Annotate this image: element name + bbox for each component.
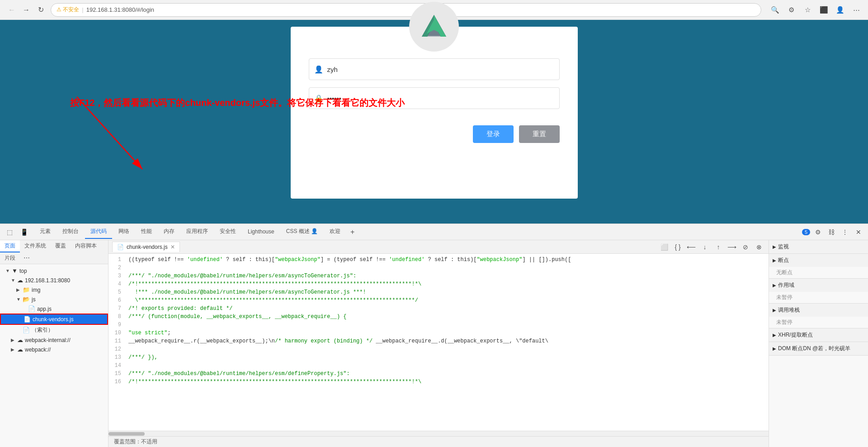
code-line-12: 12 bbox=[108, 345, 769, 353]
code-step-down-icon[interactable]: ↓ bbox=[699, 241, 711, 253]
address-bar[interactable]: ⚠ 不安全 | 192.168.1.31:8080/#/login bbox=[51, 3, 761, 17]
devtools-settings-icon[interactable]: ⚙ bbox=[812, 226, 824, 238]
tab-welcome[interactable]: 欢迎 bbox=[324, 225, 346, 239]
tree-label-index: （索引） bbox=[32, 326, 53, 334]
tree-item-appjs[interactable]: 📄 app.js bbox=[0, 304, 108, 314]
code-area[interactable]: 1 ((typeof self !== 'undefined' ? self :… bbox=[108, 254, 769, 431]
code-line-5: 5 !*** ./node_modules/@babel/runtime/hel… bbox=[108, 288, 769, 296]
line-content-14 bbox=[125, 361, 769, 370]
profile-button[interactable]: 👤 bbox=[834, 4, 846, 16]
code-step-back-icon[interactable]: ⟵ bbox=[685, 241, 697, 253]
code-expand-icon[interactable]: ⬜ bbox=[658, 241, 670, 253]
code-line-2: 2 bbox=[108, 264, 769, 272]
debug-scope-content: 未暂停 bbox=[769, 292, 868, 303]
subtab-filesystem[interactable]: 文件系统 bbox=[20, 240, 51, 252]
tab-network[interactable]: 网络 bbox=[113, 225, 135, 239]
tree-item-js[interactable]: ▼ 📂 js bbox=[0, 295, 108, 304]
debug-breakpoints-content: 无断点 bbox=[769, 267, 868, 278]
subtab-snippets[interactable]: 片段 bbox=[0, 252, 20, 264]
forward-button[interactable]: → bbox=[20, 4, 33, 16]
tree-item-webpack[interactable]: ▶ ☁ webpack:// bbox=[0, 345, 108, 354]
tab-add-button[interactable]: + bbox=[347, 226, 358, 238]
code-file-tab-item[interactable]: 📄 chunk-vendors.js ✕ bbox=[112, 242, 180, 252]
subtab-overrides[interactable]: 覆盖 bbox=[51, 240, 71, 252]
tab-console[interactable]: 控制台 bbox=[57, 225, 84, 239]
tree-item-top[interactable]: ▼ ▼ top bbox=[0, 266, 108, 276]
code-stop-icon[interactable]: ⊗ bbox=[753, 241, 765, 253]
tab-memory[interactable]: 内存 bbox=[158, 225, 180, 239]
login-button[interactable]: 登录 bbox=[473, 125, 514, 143]
code-deactivate-icon[interactable]: ⊘ bbox=[740, 241, 751, 253]
code-line-1: 1 ((typeof self !== 'undefined' ? self :… bbox=[108, 256, 769, 264]
debug-section-xhr-header[interactable]: ▶ XHR/提取断点 bbox=[769, 328, 868, 342]
code-line-16: 16 /*!**********************************… bbox=[108, 378, 769, 386]
line-content-2 bbox=[125, 264, 769, 272]
debugger-panel: ▶ 监视 ▶ 断点 无断点 ▶ 作用域 未暂停 bbox=[769, 240, 868, 447]
devtools-tabs: ⬚ 📱 元素 控制台 源代码 网络 性能 内存 应用程序 安全性 Lightho… bbox=[0, 224, 868, 240]
tab-lighthouse[interactable]: Lighthouse bbox=[242, 226, 280, 238]
dom-toggle-icon: ▶ bbox=[773, 346, 776, 351]
reset-button[interactable]: 重置 bbox=[519, 125, 560, 143]
line-content-15: /***/ "./node_modules/@babel/runtime/hel… bbox=[125, 370, 769, 378]
code-format-icon[interactable]: { } bbox=[672, 241, 684, 253]
line-num-16: 16 bbox=[108, 378, 125, 386]
search-button[interactable]: 🔍 bbox=[769, 4, 781, 16]
line-content-12 bbox=[125, 345, 769, 353]
dom-label: DOM 断点DN @若，时光砚羊 bbox=[778, 345, 850, 352]
subtab-content-scripts[interactable]: 内容脚本 bbox=[71, 240, 101, 252]
tree-item-host[interactable]: ▼ ☁ 192.168.1.31:8080 bbox=[0, 276, 108, 285]
tab-css-overview[interactable]: CSS 概述 👤 bbox=[281, 225, 323, 239]
tab-performance[interactable]: 性能 bbox=[136, 225, 157, 239]
tab-elements[interactable]: 元素 bbox=[34, 225, 56, 239]
scope-label: 作用域 bbox=[778, 281, 794, 289]
code-step-forward-icon[interactable]: ⟶ bbox=[726, 241, 738, 253]
debug-section-breakpoints-header[interactable]: ▶ 断点 bbox=[769, 254, 868, 267]
devtools-device-icon[interactable]: 📱 bbox=[18, 226, 30, 238]
debug-section-scope-header[interactable]: ▶ 作用域 bbox=[769, 279, 868, 292]
collections-button[interactable]: ⬛ bbox=[817, 4, 830, 16]
tree-item-chunk-vendors[interactable]: 📄 chunk-vendors.js bbox=[0, 314, 108, 325]
debug-section-dom-header[interactable]: ▶ DOM 断点DN @若，时光砚羊 bbox=[769, 342, 868, 355]
tab-security[interactable]: 安全性 bbox=[214, 225, 241, 239]
line-content-6: \***************************************… bbox=[125, 296, 769, 304]
debug-section-scope: ▶ 作用域 未暂停 bbox=[769, 279, 868, 304]
line-num-7: 7 bbox=[108, 304, 125, 313]
file-tree-content: ▼ ▼ top ▼ ☁ 192.168.1.31:8080 ▶ bbox=[0, 264, 108, 447]
code-file-tab-close[interactable]: ✕ bbox=[170, 244, 175, 250]
debug-section-breakpoints: ▶ 断点 无断点 bbox=[769, 254, 868, 279]
tree-item-webpack-internal[interactable]: ▶ ☁ webpack-internal:// bbox=[0, 335, 108, 345]
nav-buttons: ← → ↻ bbox=[5, 4, 47, 16]
username-input[interactable] bbox=[309, 58, 560, 80]
debug-section-callstack-header[interactable]: ▶ 调用堆栈 bbox=[769, 304, 868, 317]
devtools-inspect-icon[interactable]: ⬚ bbox=[4, 226, 15, 238]
notification-badge: 5 bbox=[802, 229, 810, 235]
debug-callstack-content: 未暂停 bbox=[769, 317, 868, 328]
tree-item-index[interactable]: 📄 （索引） bbox=[0, 325, 108, 335]
code-scroll-x[interactable] bbox=[108, 431, 769, 436]
devtools-close-icon[interactable]: ✕ bbox=[853, 226, 864, 238]
settings-button[interactable]: ⚙ bbox=[785, 4, 797, 16]
line-num-1: 1 bbox=[108, 256, 125, 264]
debug-section-xhr: ▶ XHR/提取断点 bbox=[769, 328, 868, 342]
star-button[interactable]: ☆ bbox=[801, 4, 814, 16]
tree-toggle-webpack-internal: ▶ bbox=[11, 338, 15, 342]
reload-button[interactable]: ↻ bbox=[34, 4, 47, 16]
tab-application[interactable]: 应用程序 bbox=[181, 225, 213, 239]
insecure-badge: ⚠ 不安全 bbox=[57, 6, 79, 14]
code-line-11: 11 __webpack_require__.r(__webpack_expor… bbox=[108, 337, 769, 345]
code-step-up-icon[interactable]: ↑ bbox=[712, 241, 724, 253]
devtools-connect-icon[interactable]: ⛓ bbox=[826, 226, 837, 238]
tab-sources[interactable]: 源代码 bbox=[85, 225, 112, 239]
vue-logo-container bbox=[409, 2, 459, 52]
back-button[interactable]: ← bbox=[5, 4, 18, 16]
xhr-label: XHR/提取断点 bbox=[778, 331, 813, 339]
subtab-page[interactable]: 页面 bbox=[0, 240, 20, 252]
devtools-more-icon[interactable]: ⋮ bbox=[839, 226, 851, 238]
tree-item-img[interactable]: ▶ 📁 img bbox=[0, 285, 108, 295]
devtools-tab-actions: 5 ⚙ ⛓ ⋮ ✕ bbox=[802, 226, 864, 238]
debug-section-watch-header[interactable]: ▶ 监视 bbox=[769, 240, 868, 253]
code-file-icon: 📄 bbox=[117, 244, 124, 250]
more-button[interactable]: ⋯ bbox=[850, 4, 863, 16]
subtab-more[interactable]: ⋯ bbox=[20, 252, 33, 264]
code-line-10: 10 "use strict"; bbox=[108, 329, 769, 337]
